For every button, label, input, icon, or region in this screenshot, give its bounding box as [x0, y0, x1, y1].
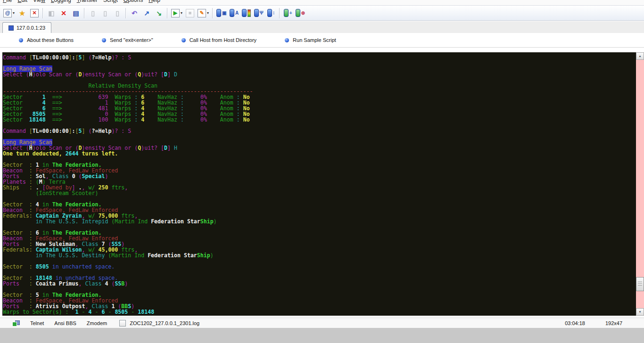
session-tab[interactable]: 127.0.0.1:23 — [2, 22, 51, 33]
status-bar: Telnet Ansi BBS Zmodem ZOC1202_127.0.0.1… — [0, 318, 644, 328]
toolbar-separator — [279, 8, 280, 18]
toolbar: @▾★✕◧✕▤▯▯▯↶↗↘▶▾■✎▾▣AΨ∶+⊕ — [0, 6, 644, 21]
session-options-icon[interactable]: ∶ — [265, 8, 277, 19]
menu-item-edit[interactable]: Edit — [15, 0, 30, 3]
menu-item-options[interactable]: Options — [121, 0, 146, 3]
terminal-line — [3, 134, 636, 139]
quick-button-run-sample-script[interactable]: Run Sample Script — [282, 37, 339, 43]
clipboard-edit-icon: ▯ — [99, 8, 111, 19]
status-emulation[interactable]: Ansi BBS — [54, 320, 76, 326]
connection-status-icon — [12, 320, 20, 327]
toolbar-separator — [42, 8, 43, 18]
connection-settings-icon[interactable]: Ψ — [253, 8, 264, 19]
quick-button-label: Run Sample Script — [293, 37, 336, 43]
host-log-book-icon[interactable]: ▤ — [70, 8, 82, 19]
terminal-line: Ports : Coaita Primus, Class 4 (SSB) — [3, 281, 636, 286]
quick-button-label: Send "exit<enter>" — [110, 37, 153, 43]
quick-button-send-exit-enter[interactable]: Send "exit<enter>" — [99, 37, 156, 43]
stop-script-icon: ■ — [184, 8, 196, 19]
quick-button-label: Call Host from Host Directory — [190, 37, 256, 43]
global-options-icon[interactable]: ⊕ — [295, 8, 306, 19]
desktop-strip — [0, 328, 644, 343]
terminal-line: in The U.S.S. Intrepid (Martin Ind Feder… — [3, 219, 636, 224]
scrollbar-down-icon[interactable]: ▼ — [636, 308, 644, 316]
menu-item-transfer[interactable]: Transfer — [74, 0, 100, 3]
menu-bar: FileEditViewLoggingTransferScriptOptions… — [0, 0, 644, 6]
tab-bar: 127.0.0.1:23 — [0, 21, 644, 33]
status-log-file[interactable]: ZOC1202_127.0.0.1_2301.log — [130, 320, 199, 326]
session-tab-icon — [8, 25, 14, 31]
status-protocol[interactable]: Telnet — [30, 320, 44, 326]
host-directory-icon[interactable]: @▾ — [2, 8, 16, 19]
toolbar-separator — [167, 8, 168, 18]
terminal-emulation-settings-icon[interactable]: ▣ — [215, 8, 227, 19]
favorite-sessions-icon[interactable]: ★ — [17, 8, 28, 19]
dropdown-caret-icon[interactable]: ▾ — [207, 11, 209, 15]
bullet-sphere-icon — [19, 38, 23, 42]
clipboard-print-icon: ▯ — [112, 8, 123, 19]
toolbar-separator — [84, 8, 85, 18]
terminal-line: Sector 18148 ==> 100 Warps : 4 NavHaz : … — [3, 117, 636, 122]
upload-file-icon[interactable]: ↗ — [141, 8, 152, 19]
program-settings-icon[interactable]: + — [282, 8, 294, 19]
terminal-scrollbar: ▲ ▼ — [636, 52, 644, 316]
status-terminal-size: 192x47 — [605, 320, 622, 326]
dropdown-caret-icon[interactable]: ▾ — [181, 11, 182, 15]
bullet-sphere-icon — [285, 38, 289, 42]
quick-button-about-these-buttons[interactable]: About these Buttons — [16, 37, 76, 43]
reconnect-icon: ◧ — [46, 8, 57, 19]
terminal-line: (IonStream Scooter) — [3, 190, 636, 196]
terminal-line: Command [TL=00:00:00]:[5] (?=Help)? : S — [3, 128, 636, 134]
status-transfer-protocol[interactable]: Zmodem — [87, 320, 107, 326]
terminal-line: Ports : Sol, Class 0 (Special) — [3, 173, 636, 179]
scrollbar-thumb[interactable] — [636, 277, 644, 291]
quick-button-label: About these Buttons — [27, 37, 74, 43]
scrollbar-up-icon[interactable]: ▲ — [636, 52, 644, 60]
quick-button-call-host-from-host-directory[interactable]: Call Host from Host Directory — [179, 37, 259, 43]
content-area: Command [TL=00:00:00]:[5] (?=Help)? : SL… — [0, 48, 644, 318]
terminal-line: Select (H)olo Scan or (D)ensity Scan or … — [3, 72, 636, 77]
bullet-sphere-icon — [182, 38, 186, 42]
terminal-line — [3, 60, 636, 66]
toolbar-separator — [212, 8, 213, 18]
menu-item-view[interactable]: View — [30, 0, 48, 3]
edit-script-icon[interactable]: ✎▾ — [197, 8, 210, 19]
terminal-line: One turn deducted, 2644 turns left. — [3, 151, 636, 156]
download-file-icon[interactable]: ↘ — [153, 8, 165, 19]
menu-item-script[interactable]: Script — [100, 0, 121, 3]
terminal-line: Warps to Sector(s) : 1 - 4 - 6 - 8505 - … — [3, 309, 636, 315]
redirect-arrow-icon[interactable]: ↶ — [129, 8, 140, 19]
status-session-time: 03:04:18 — [565, 320, 585, 326]
toolbar-separator — [125, 8, 126, 18]
dropdown-caret-icon[interactable]: ▾ — [13, 11, 15, 15]
terminal-line: Sector : 8505 in uncharted space. — [3, 264, 636, 270]
run-script-icon[interactable]: ▶▾ — [170, 8, 183, 19]
menu-item-file[interactable]: File — [0, 0, 15, 3]
close-session-icon[interactable]: ✕ — [29, 8, 40, 19]
paste-icon: ▯ — [87, 8, 99, 19]
terminal-line: in The U.S.S. Destiny (Martin Ind Federa… — [3, 253, 636, 258]
zoc-window: FileEditViewLoggingTransferScriptOptions… — [0, 0, 644, 343]
quick-button-bar: About these ButtonsSend "exit<enter>"Cal… — [0, 33, 644, 48]
color-settings-icon[interactable] — [241, 8, 252, 19]
session-tab-label: 127.0.0.1:23 — [17, 25, 45, 31]
terminal-screen[interactable]: Command [TL=00:00:00]:[5] (?=Help)? : SL… — [2, 52, 636, 316]
log-checkbox[interactable] — [119, 320, 126, 327]
disconnect-icon[interactable]: ✕ — [58, 8, 69, 19]
menu-item-logging[interactable]: Logging — [48, 0, 74, 3]
bullet-sphere-icon — [102, 38, 106, 42]
terminal-line: Command [TL=00:00:00]:[5] (?=Help)? : S — [3, 55, 636, 60]
menu-item-help[interactable]: Help — [146, 0, 163, 3]
font-settings-icon[interactable]: A — [229, 8, 240, 19]
